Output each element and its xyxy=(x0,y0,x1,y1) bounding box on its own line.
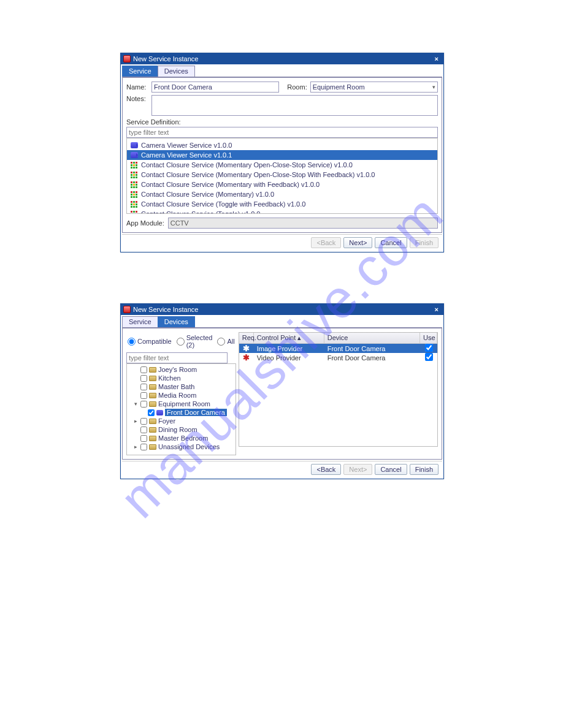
service-label: Contact Closure Service (Momentary with … xyxy=(141,181,320,188)
required-icon: ✱ xyxy=(243,353,250,362)
room-select[interactable]: Equipment Room ▾ xyxy=(310,82,438,93)
tree-item[interactable]: Front Door Camera xyxy=(127,408,236,417)
tree-item[interactable]: ▸Foyer xyxy=(127,417,236,425)
service-item[interactable]: Contact Closure Service (Momentary Open-… xyxy=(127,160,437,170)
tab-service[interactable]: Service xyxy=(122,316,158,327)
tree-checkbox[interactable] xyxy=(140,427,147,433)
tree-checkbox[interactable] xyxy=(140,401,147,408)
window-title: New Service Instance xyxy=(133,55,198,63)
next-button[interactable]: Next> xyxy=(343,237,372,248)
filter-radios: Compatible Selected (2) All xyxy=(126,332,236,351)
control-point-table[interactable]: Req. Control Point ▴ Device Use ✱Image P… xyxy=(239,332,438,447)
folder-icon xyxy=(149,419,156,424)
tree-item[interactable]: Master Bedroom xyxy=(127,434,236,442)
tree-checkbox[interactable] xyxy=(140,384,147,390)
cell-device: Front Door Camera xyxy=(324,345,420,352)
service-label: Contact Closure Service (Toggle with Fee… xyxy=(141,200,305,208)
tree-checkbox[interactable] xyxy=(140,392,147,399)
expander-icon[interactable]: ▸ xyxy=(133,418,139,424)
tabbar: Service Devices xyxy=(122,316,442,328)
service-label: Camera Viewer Service v1.0.1 xyxy=(141,151,232,159)
app-module-input xyxy=(168,218,438,229)
tree-label: Joey's Room xyxy=(158,366,197,373)
cancel-button[interactable]: Cancel xyxy=(375,237,407,248)
tree-checkbox[interactable] xyxy=(140,366,147,373)
camera-icon xyxy=(131,152,138,158)
radio-selected[interactable]: Selected (2) xyxy=(177,334,213,349)
tree-item[interactable]: Kitchen xyxy=(127,374,236,382)
name-input[interactable] xyxy=(151,82,279,93)
use-checkbox[interactable] xyxy=(425,344,433,352)
tree-checkbox[interactable] xyxy=(148,409,155,416)
col-use: Use xyxy=(420,333,437,343)
folder-icon xyxy=(149,367,156,373)
tree-item[interactable]: ▾Equipment Room xyxy=(127,400,236,408)
close-icon[interactable]: × xyxy=(432,55,441,63)
notes-textarea[interactable] xyxy=(151,95,438,116)
service-item[interactable]: Camera Viewer Service v1.0.1 xyxy=(127,150,437,160)
tree-item[interactable]: Joey's Room xyxy=(127,365,236,374)
grid-icon xyxy=(131,201,138,207)
tabbar: Service Devices xyxy=(122,66,442,77)
close-icon[interactable]: × xyxy=(432,306,441,313)
tree-label: Equipment Room xyxy=(158,400,210,408)
service-def-label: Service Definition: xyxy=(126,118,438,126)
tree-label: Master Bath xyxy=(158,383,194,390)
grid-icon xyxy=(131,181,138,188)
tree-checkbox[interactable] xyxy=(140,375,147,382)
service-item[interactable]: Contact Closure Service (Momentary with … xyxy=(127,180,437,189)
service-item[interactable]: Contact Closure Service (Momentary Open-… xyxy=(127,170,437,180)
tab-service[interactable]: Service xyxy=(122,66,158,77)
tree-item[interactable]: Media Room xyxy=(127,391,236,400)
finish-button[interactable]: Finish xyxy=(410,464,439,475)
window-icon xyxy=(123,306,131,313)
service-item[interactable]: Contact Closure Service (Toggle with Fee… xyxy=(127,199,437,209)
tree-checkbox[interactable] xyxy=(140,418,147,425)
radio-all[interactable]: All xyxy=(217,338,234,346)
grid-icon xyxy=(131,172,138,178)
button-bar: <Back Next> Cancel Finish xyxy=(122,234,442,251)
service-label: Contact Closure Service (Momentary) v1.0… xyxy=(141,191,274,198)
camera-icon xyxy=(131,142,138,148)
tree-label: Media Room xyxy=(158,392,196,399)
service-item[interactable]: Camera Viewer Service v1.0.0 xyxy=(127,140,437,150)
dialog-new-service-instance-1: New Service Instance × Service Devices N… xyxy=(120,53,444,252)
cancel-button[interactable]: Cancel xyxy=(375,464,407,475)
tree-filter-input[interactable] xyxy=(126,352,228,363)
expander-icon[interactable]: ▸ xyxy=(133,444,139,450)
radio-compatible[interactable]: Compatible xyxy=(128,338,172,346)
col-req: Req. xyxy=(239,333,254,343)
cell-cp: Video Provider xyxy=(254,354,324,362)
service-item[interactable]: Contact Closure Service (Momentary) v1.0… xyxy=(127,189,437,199)
folder-icon xyxy=(149,393,156,398)
tree-item[interactable]: Dining Room xyxy=(127,425,236,434)
col-cp: Control Point ▴ xyxy=(254,333,324,343)
tree-item[interactable]: Master Bath xyxy=(127,382,236,391)
table-row[interactable]: ✱Image ProviderFront Door Camera xyxy=(239,344,437,353)
service-filter-input[interactable] xyxy=(126,127,438,138)
back-button[interactable]: <Back xyxy=(311,464,341,475)
device-tree[interactable]: Joey's RoomKitchenMaster BathMedia Room▾… xyxy=(126,363,236,455)
dialog-body: Name: Room: Equipment Room ▾ Notes: Serv… xyxy=(122,77,442,233)
service-definition-list[interactable]: Camera Viewer Service v1.0.0Camera Viewe… xyxy=(126,138,438,214)
name-label: Name: xyxy=(126,83,148,91)
dialog-new-service-instance-2: New Service Instance × Service Devices C… xyxy=(120,303,444,479)
tree-label: Unassigned Devices xyxy=(158,443,220,450)
service-item[interactable]: Contact Closure Service (Toggle) v1.0.0 xyxy=(127,209,437,214)
back-button: <Back xyxy=(311,237,341,248)
table-header: Req. Control Point ▴ Device Use xyxy=(239,333,437,344)
table-row[interactable]: ✱Video ProviderFront Door Camera xyxy=(239,353,437,362)
tab-devices[interactable]: Devices xyxy=(158,316,195,327)
titlebar[interactable]: New Service Instance × xyxy=(121,53,443,64)
use-checkbox[interactable] xyxy=(425,353,433,361)
tree-label: Front Door Camera xyxy=(165,409,227,416)
tree-checkbox[interactable] xyxy=(140,444,147,450)
tree-item[interactable]: ▸Unassigned Devices xyxy=(127,442,236,451)
service-label: Camera Viewer Service v1.0.0 xyxy=(141,142,232,149)
tree-checkbox[interactable] xyxy=(140,435,147,442)
expander-icon[interactable]: ▾ xyxy=(133,401,139,407)
titlebar[interactable]: New Service Instance × xyxy=(121,304,443,315)
service-label: Contact Closure Service (Momentary Open-… xyxy=(141,171,375,178)
tab-devices[interactable]: Devices xyxy=(158,66,195,77)
next-button: Next> xyxy=(343,464,372,475)
